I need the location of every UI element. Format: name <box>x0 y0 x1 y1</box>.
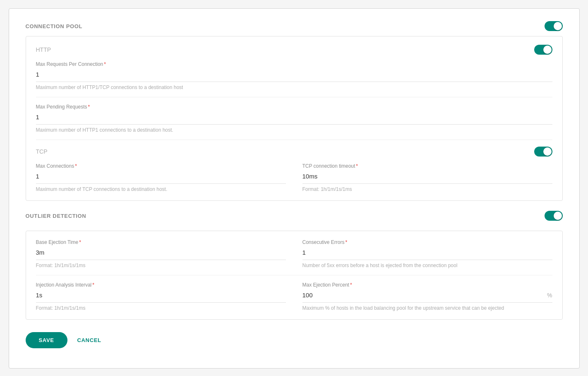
tcp-toggle[interactable] <box>534 147 552 157</box>
injection-interval-required: * <box>92 282 94 288</box>
main-container: CONNECTION POOL HTTP Max Requests Per Co… <box>9 8 580 369</box>
max-ejection-value[interactable]: 100 % <box>302 289 552 303</box>
max-pending-required: * <box>88 104 90 110</box>
base-ejection-required: * <box>79 239 81 245</box>
consecutive-errors-required: * <box>346 239 348 245</box>
max-requests-field: Max Requests Per Connection * 1 <box>36 61 552 82</box>
base-ejection-field: Base Ejection Time * 3m Format: 1h/1m/1s… <box>36 239 286 268</box>
consecutive-errors-label: Consecutive Errors * <box>302 239 552 245</box>
max-connections-required: * <box>75 163 77 169</box>
connection-pool-title: CONNECTION POOL <box>26 23 545 29</box>
injection-interval-value[interactable]: 1s <box>36 289 286 303</box>
divider-1 <box>36 97 552 97</box>
max-ejection-hint: Maximum % of hosts in the load balancing… <box>302 305 552 311</box>
outlier-row-1: Base Ejection Time * 3m Format: 1h/1m/1s… <box>36 239 552 268</box>
http-toggle[interactable] <box>534 45 552 55</box>
save-button[interactable]: SAVE <box>26 332 67 348</box>
consecutive-errors-value[interactable]: 1 <box>302 247 552 260</box>
connection-pool-toggle[interactable] <box>545 21 563 31</box>
tcp-timeout-required: * <box>356 163 358 169</box>
max-requests-hint: Maximum number of HTTP1/TCP connections … <box>36 84 552 90</box>
max-requests-required: * <box>104 61 106 67</box>
max-connections-field: Max Connections * 1 Maximum number of TC… <box>36 163 286 192</box>
divider-2 <box>36 140 552 140</box>
max-pending-value[interactable]: 1 <box>36 111 552 125</box>
outlier-section-header: OUTLIER DETECTION <box>26 211 563 221</box>
max-connections-value[interactable]: 1 <box>36 171 286 184</box>
http-subsection-header: HTTP <box>36 45 552 55</box>
tcp-timeout-field: TCP connection timeout * 10ms Format: 1h… <box>302 163 552 192</box>
base-ejection-hint: Format: 1h/1m/1s/1ms <box>36 263 286 268</box>
tcp-title: TCP <box>36 148 534 155</box>
button-row: SAVE CANCEL <box>26 332 563 348</box>
max-requests-label: Max Requests Per Connection * <box>36 61 552 67</box>
base-ejection-value[interactable]: 3m <box>36 247 286 260</box>
outlier-row-2: Injection Analysis Interval * 1s Format:… <box>36 282 552 311</box>
max-ejection-field: Max Ejection Percent * 100 % Maximum % o… <box>302 282 552 311</box>
http-title: HTTP <box>36 46 534 53</box>
max-pending-label: Max Pending Requests * <box>36 104 552 110</box>
injection-interval-hint: Format: 1h/1m/1s/1ms <box>36 305 286 311</box>
connection-pool-section-header: CONNECTION POOL <box>26 21 563 31</box>
cancel-button[interactable]: CANCEL <box>77 332 101 348</box>
max-connections-label: Max Connections * <box>36 163 286 169</box>
tcp-timeout-hint: Format: 1h/1m/1s/1ms <box>302 186 552 192</box>
outlier-toggle[interactable] <box>545 211 563 221</box>
injection-interval-field: Injection Analysis Interval * 1s Format:… <box>36 282 286 311</box>
tcp-timeout-label: TCP connection timeout * <box>302 163 552 169</box>
max-ejection-required: * <box>350 282 352 288</box>
max-ejection-suffix: % <box>547 292 552 299</box>
outlier-divider <box>36 275 552 275</box>
tcp-fields-row: Max Connections * 1 Maximum number of TC… <box>36 163 552 192</box>
tcp-timeout-value[interactable]: 10ms <box>302 171 552 184</box>
tcp-subsection-header: TCP <box>36 147 552 157</box>
injection-interval-label: Injection Analysis Interval * <box>36 282 286 288</box>
max-pending-field: Max Pending Requests * 1 <box>36 104 552 125</box>
consecutive-errors-field: Consecutive Errors * 1 Number of 5xx err… <box>302 239 552 268</box>
base-ejection-label: Base Ejection Time * <box>36 239 286 245</box>
max-pending-hint: Maximum number of HTTP1 connections to a… <box>36 127 552 133</box>
connection-pool-card: HTTP Max Requests Per Connection * 1 Max… <box>26 36 563 201</box>
outlier-title: OUTLIER DETECTION <box>26 213 545 219</box>
max-requests-value[interactable]: 1 <box>36 69 552 82</box>
consecutive-errors-hint: Number of 5xx errors before a host is ej… <box>302 263 552 268</box>
max-ejection-label: Max Ejection Percent * <box>302 282 552 288</box>
max-connections-hint: Maximum number of TCP connections to a d… <box>36 186 286 192</box>
outlier-card: Base Ejection Time * 3m Format: 1h/1m/1s… <box>26 231 563 320</box>
